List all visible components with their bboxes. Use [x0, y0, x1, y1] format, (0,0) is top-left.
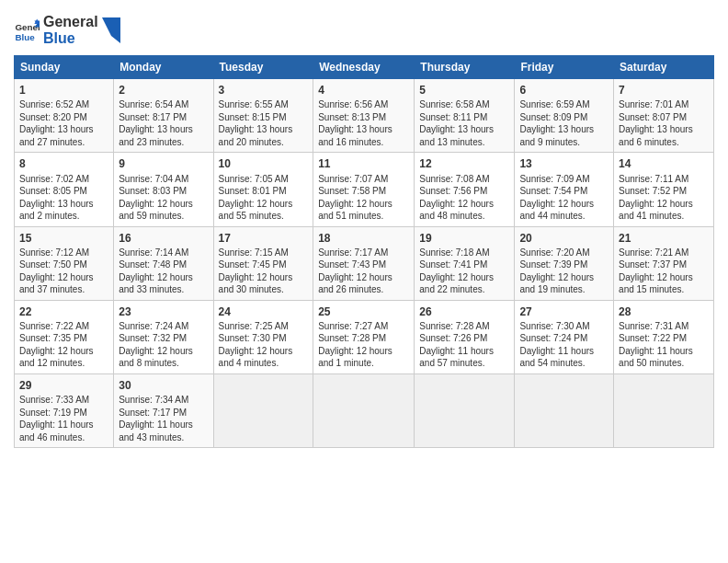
cell-info: Daylight: 13 hours: [119, 123, 208, 136]
header-tuesday: Tuesday: [213, 56, 313, 79]
header-monday: Monday: [114, 56, 213, 79]
cell-info: Sunrise: 7:20 AM: [519, 247, 609, 259]
calendar-cell: 3Sunrise: 6:55 AMSunset: 8:15 PMDaylight…: [213, 79, 313, 153]
calendar-cell: 16Sunrise: 7:14 AMSunset: 7:48 PMDayligh…: [114, 226, 213, 300]
day-number: 11: [318, 156, 409, 171]
calendar-cell: 20Sunrise: 7:20 AMSunset: 7:39 PMDayligh…: [515, 226, 614, 300]
cell-info: Sunset: 7:54 PM: [519, 185, 609, 198]
calendar-cell: 29Sunrise: 7:33 AMSunset: 7:19 PMDayligh…: [15, 373, 114, 447]
calendar-cell: 7Sunrise: 7:01 AMSunset: 8:07 PMDaylight…: [614, 79, 714, 153]
cell-info: Daylight: 13 hours: [219, 123, 309, 136]
cell-info: Daylight: 12 hours: [119, 198, 208, 211]
calendar-cell: [515, 373, 614, 447]
logo: General Blue General Blue: [14, 14, 120, 46]
calendar-week-2: 8Sunrise: 7:02 AMSunset: 8:05 PMDaylight…: [15, 153, 714, 226]
cell-info: and 6 minutes.: [619, 136, 709, 149]
cell-info: Sunrise: 7:27 AM: [318, 320, 409, 333]
cell-info: Daylight: 12 hours: [419, 271, 509, 284]
day-number: 7: [619, 83, 709, 98]
cell-info: Sunrise: 6:55 AM: [219, 98, 309, 111]
day-number: 5: [419, 83, 509, 98]
day-number: 26: [419, 304, 509, 319]
header-thursday: Thursday: [415, 56, 515, 79]
cell-info: and 9 minutes.: [519, 136, 609, 149]
day-number: 19: [419, 231, 509, 246]
cell-info: and 51 minutes.: [318, 210, 409, 223]
calendar-cell: 4Sunrise: 6:56 AMSunset: 8:13 PMDaylight…: [313, 79, 415, 153]
cell-info: Sunrise: 7:11 AM: [619, 173, 709, 186]
calendar-cell: 11Sunrise: 7:07 AMSunset: 7:58 PMDayligh…: [313, 153, 415, 226]
cell-info: Sunset: 8:01 PM: [219, 185, 309, 198]
calendar-cell: 21Sunrise: 7:21 AMSunset: 7:37 PMDayligh…: [614, 226, 714, 300]
calendar-cell: 8Sunrise: 7:02 AMSunset: 8:05 PMDaylight…: [15, 153, 114, 226]
cell-info: Sunset: 8:17 PM: [119, 111, 208, 124]
calendar-cell: 13Sunrise: 7:09 AMSunset: 7:54 PMDayligh…: [515, 153, 614, 226]
cell-info: and 8 minutes.: [119, 357, 208, 370]
cell-info: Daylight: 13 hours: [519, 123, 609, 136]
cell-info: Daylight: 12 hours: [119, 345, 208, 358]
day-number: 17: [219, 231, 309, 246]
calendar-cell: 23Sunrise: 7:24 AMSunset: 7:32 PMDayligh…: [114, 300, 213, 373]
calendar-cell: 6Sunrise: 6:59 AMSunset: 8:09 PMDaylight…: [515, 79, 614, 153]
day-number: 24: [219, 304, 309, 319]
day-number: 1: [19, 83, 108, 98]
cell-info: Sunset: 7:24 PM: [519, 332, 609, 345]
cell-info: and 50 minutes.: [619, 357, 709, 370]
cell-info: Sunset: 8:13 PM: [318, 111, 409, 124]
calendar-cell: [313, 373, 415, 447]
calendar-cell: [213, 373, 313, 447]
cell-info: Daylight: 12 hours: [318, 198, 409, 211]
cell-info: Daylight: 13 hours: [19, 123, 108, 136]
cell-info: Sunrise: 6:58 AM: [419, 98, 509, 111]
cell-info: Daylight: 12 hours: [318, 345, 409, 358]
calendar-cell: 19Sunrise: 7:18 AMSunset: 7:41 PMDayligh…: [415, 226, 515, 300]
cell-info: and 37 minutes.: [19, 283, 108, 296]
header-saturday: Saturday: [614, 56, 714, 79]
cell-info: Sunrise: 7:18 AM: [419, 247, 509, 259]
cell-info: Sunrise: 7:24 AM: [119, 320, 208, 333]
cell-info: Sunrise: 6:56 AM: [318, 98, 409, 111]
cell-info: Daylight: 12 hours: [619, 271, 709, 284]
cell-info: Daylight: 13 hours: [419, 123, 509, 136]
cell-info: Sunrise: 7:14 AM: [119, 247, 208, 259]
calendar-week-1: 1Sunrise: 6:52 AMSunset: 8:20 PMDaylight…: [15, 79, 714, 153]
calendar-cell: 18Sunrise: 7:17 AMSunset: 7:43 PMDayligh…: [313, 226, 415, 300]
cell-info: and 27 minutes.: [19, 136, 108, 149]
day-number: 9: [119, 156, 208, 171]
cell-info: and 57 minutes.: [419, 357, 509, 370]
cell-info: and 4 minutes.: [219, 357, 309, 370]
cell-info: Sunset: 7:35 PM: [19, 332, 108, 345]
cell-info: Daylight: 12 hours: [419, 198, 509, 211]
cell-info: and 23 minutes.: [119, 136, 208, 149]
calendar-cell: 28Sunrise: 7:31 AMSunset: 7:22 PMDayligh…: [614, 300, 714, 373]
calendar-cell: 1Sunrise: 6:52 AMSunset: 8:20 PMDaylight…: [15, 79, 114, 153]
cell-info: and 48 minutes.: [419, 210, 509, 223]
calendar-cell: 5Sunrise: 6:58 AMSunset: 8:11 PMDaylight…: [415, 79, 515, 153]
cell-info: Sunrise: 7:09 AM: [519, 173, 609, 186]
calendar-cell: 2Sunrise: 6:54 AMSunset: 8:17 PMDaylight…: [114, 79, 213, 153]
cell-info: Sunset: 7:28 PM: [318, 332, 409, 345]
day-number: 20: [519, 231, 609, 246]
logo-general: General: [43, 14, 98, 29]
cell-info: Sunset: 7:45 PM: [219, 259, 309, 271]
cell-info: Sunset: 7:52 PM: [619, 185, 709, 198]
cell-info: Sunset: 7:48 PM: [119, 259, 208, 271]
cell-info: Daylight: 12 hours: [219, 345, 309, 358]
day-number: 21: [619, 231, 709, 246]
cell-info: and 44 minutes.: [519, 210, 609, 223]
cell-info: Sunrise: 7:17 AM: [318, 247, 409, 259]
day-number: 22: [19, 304, 108, 319]
cell-info: Sunset: 7:19 PM: [19, 407, 108, 419]
calendar-week-4: 22Sunrise: 7:22 AMSunset: 7:35 PMDayligh…: [15, 300, 714, 373]
cell-info: Daylight: 11 hours: [119, 419, 208, 431]
cell-info: Sunset: 8:11 PM: [419, 111, 509, 124]
day-number: 30: [119, 378, 208, 393]
cell-info: and 26 minutes.: [318, 283, 409, 296]
logo-blue: Blue: [43, 30, 98, 47]
day-number: 16: [119, 231, 208, 246]
calendar-week-3: 15Sunrise: 7:12 AMSunset: 7:50 PMDayligh…: [15, 226, 714, 300]
logo-arrow-icon: [102, 17, 120, 43]
cell-info: and 43 minutes.: [119, 431, 208, 444]
cell-info: Daylight: 13 hours: [19, 198, 108, 211]
cell-info: Sunset: 8:20 PM: [19, 111, 108, 124]
